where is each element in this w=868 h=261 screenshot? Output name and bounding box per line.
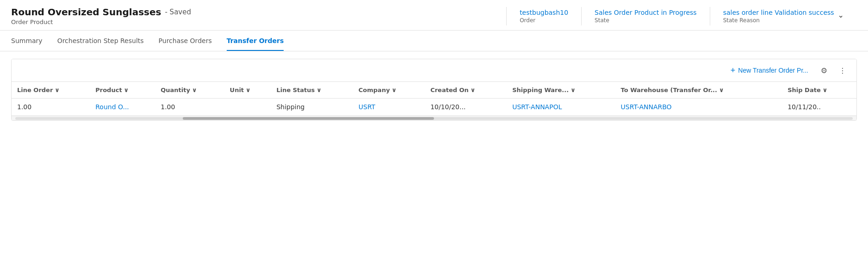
saved-label: - Saved xyxy=(165,8,191,16)
cell-quantity: 1.00 xyxy=(155,99,224,116)
meta-order: testbugbash10 Order xyxy=(506,7,581,25)
scrollbar-thumb[interactable] xyxy=(183,117,434,120)
tab-transfer-orders[interactable]: Transfer Orders xyxy=(227,32,284,51)
new-transfer-label: New Transfer Order Pr... xyxy=(738,67,808,74)
col-header-quantity[interactable]: Quantity ∨ xyxy=(155,82,224,99)
tab-purchase-orders[interactable]: Purchase Orders xyxy=(159,32,212,51)
meta-state-reason: sales order line Validation success Stat… xyxy=(710,7,857,25)
page-subtitle: Order Product xyxy=(11,19,191,25)
col-header-line-status[interactable]: Line Status ∨ xyxy=(271,82,353,99)
state-reason-value: sales order line Validation success xyxy=(723,9,834,16)
col-header-ship-date[interactable]: Ship Date ∨ xyxy=(782,82,856,99)
state-value: Sales Order Product in Progress xyxy=(595,9,697,16)
cell-line-status: Shipping xyxy=(271,99,353,116)
sort-icon-ship-date: ∨ xyxy=(823,87,828,93)
gear-icon: ⚙ xyxy=(821,66,827,75)
col-header-company[interactable]: Company ∨ xyxy=(353,82,425,99)
transfer-orders-table: Line Order ∨ Product ∨ Q xyxy=(12,82,856,116)
table-header-row: Line Order ∨ Product ∨ Q xyxy=(12,82,856,99)
table-row[interactable]: 1.00 Round O... 1.00 Shipping xyxy=(12,99,856,116)
page-title: Round Oversized Sunglasses - Saved xyxy=(11,6,191,18)
sort-icon-to-warehouse: ∨ xyxy=(719,87,724,93)
title-section: Round Oversized Sunglasses - Saved Order… xyxy=(11,6,191,25)
cell-created-on: 10/10/20... xyxy=(425,99,507,116)
sort-icon-line-order: ∨ xyxy=(55,87,60,93)
product-link[interactable]: Round O... xyxy=(95,103,129,111)
order-value[interactable]: testbugbash10 xyxy=(520,9,568,16)
sort-icon-line-status: ∨ xyxy=(316,87,322,93)
table-container: + New Transfer Order Pr... ⚙ ⋮ Line Orde… xyxy=(11,59,857,121)
col-header-to-warehouse[interactable]: To Warehouse (Transfer Or... ∨ xyxy=(615,82,782,99)
tab-summary[interactable]: Summary xyxy=(11,32,43,51)
tab-orchestration[interactable]: Orchestration Step Results xyxy=(57,32,144,51)
shipping-ware-link[interactable]: USRT-ANNAPOL xyxy=(512,103,562,111)
gear-button[interactable]: ⚙ xyxy=(818,64,831,77)
sort-icon-created-on: ∨ xyxy=(471,87,476,93)
table-scroll-area[interactable]: Line Order ∨ Product ∨ Q xyxy=(12,82,856,116)
cell-company: USRT xyxy=(353,99,425,116)
col-header-product[interactable]: Product ∨ xyxy=(90,82,155,99)
sort-icon-company: ∨ xyxy=(392,87,397,93)
col-header-unit[interactable]: Unit ∨ xyxy=(224,82,271,99)
page-header: Round Oversized Sunglasses - Saved Order… xyxy=(0,0,868,31)
cell-to-warehouse: USRT-ANNARBO xyxy=(615,99,782,116)
plus-icon: + xyxy=(731,66,736,75)
sort-icon-unit: ∨ xyxy=(246,87,251,93)
table-toolbar: + New Transfer Order Pr... ⚙ ⋮ xyxy=(12,59,856,82)
tab-bar: Summary Orchestration Step Results Purch… xyxy=(0,32,868,51)
to-warehouse-link[interactable]: USRT-ANNARBO xyxy=(621,103,672,111)
horizontal-scrollbar[interactable] xyxy=(12,116,856,120)
col-header-line-order[interactable]: Line Order ∨ xyxy=(12,82,90,99)
header-meta: testbugbash10 Order Sales Order Product … xyxy=(506,7,857,25)
new-transfer-order-button[interactable]: + New Transfer Order Pr... xyxy=(727,64,812,76)
cell-line-order: 1.00 xyxy=(12,99,90,116)
sort-icon-quantity: ∨ xyxy=(192,87,197,93)
sort-icon-product: ∨ xyxy=(124,87,129,93)
cell-product: Round O... xyxy=(90,99,155,116)
col-header-shipping-ware[interactable]: Shipping Ware... ∨ xyxy=(507,82,615,99)
col-header-created-on[interactable]: Created On ∨ xyxy=(425,82,507,99)
order-label: Order xyxy=(520,17,568,24)
cell-ship-date: 10/11/20.. xyxy=(782,99,856,116)
sort-icon-shipping-ware: ∨ xyxy=(570,87,576,93)
meta-state: Sales Order Product in Progress State xyxy=(581,7,710,25)
company-link[interactable]: USRT xyxy=(359,103,375,111)
more-options-button[interactable]: ⋮ xyxy=(836,64,849,77)
state-label: State xyxy=(595,17,697,24)
scrollbar-track[interactable] xyxy=(15,117,853,120)
cell-unit xyxy=(224,99,271,116)
product-name: Round Oversized Sunglasses xyxy=(11,6,161,18)
state-reason-label: State Reason xyxy=(723,17,760,24)
cell-shipping-ware: USRT-ANNAPOL xyxy=(507,99,615,116)
chevron-down-icon[interactable]: ⌄ xyxy=(838,11,844,19)
more-icon: ⋮ xyxy=(839,66,846,75)
main-content: + New Transfer Order Pr... ⚙ ⋮ Line Orde… xyxy=(0,51,868,128)
